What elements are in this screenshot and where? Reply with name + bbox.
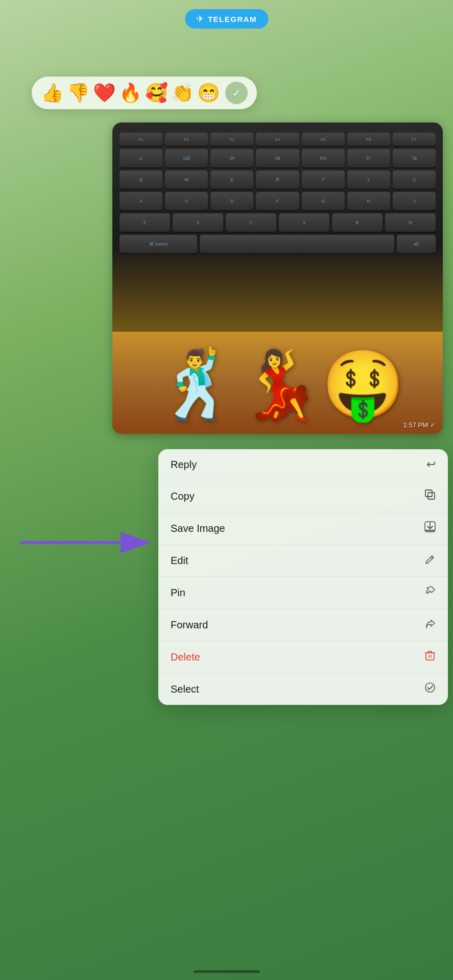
key-3: 3# bbox=[210, 149, 253, 167]
message-timestamp: 1:57 PM ✓ bbox=[403, 421, 436, 429]
key-x: X bbox=[173, 213, 223, 232]
svg-rect-7 bbox=[426, 653, 434, 660]
svg-line-6 bbox=[428, 591, 430, 593]
key-f7: F7 bbox=[393, 133, 436, 146]
sticker-overlay: 🕺💃🤑 bbox=[128, 291, 433, 424]
key-f6: F6 bbox=[347, 133, 390, 146]
key-f3: F3 bbox=[210, 133, 253, 146]
edit-icon bbox=[424, 553, 436, 568]
svg-rect-4 bbox=[425, 530, 435, 531]
key-command: ⌘ comm bbox=[120, 235, 197, 253]
key-f5: F5 bbox=[302, 133, 345, 146]
keyboard-zxcv-row: Z X C V B N bbox=[120, 213, 436, 232]
key-h: H bbox=[347, 192, 390, 210]
key-j: J bbox=[393, 192, 436, 210]
telegram-label: TELEGRAM bbox=[208, 15, 257, 23]
menu-label-forward: Forward bbox=[171, 619, 208, 631]
emoji-thumbs-up[interactable]: 👍 bbox=[41, 82, 64, 104]
menu-label-pin: Pin bbox=[171, 587, 185, 599]
emoji-thumbs-down[interactable]: 👎 bbox=[67, 82, 90, 104]
menu-label-copy: Copy bbox=[171, 491, 195, 502]
menu-label-edit: Edit bbox=[171, 555, 188, 567]
emoji-fire[interactable]: 🔥 bbox=[119, 82, 142, 104]
menu-label-select: Select bbox=[171, 683, 199, 695]
key-4: 4$ bbox=[256, 149, 299, 167]
arrow-annotation bbox=[15, 530, 158, 557]
delete-icon bbox=[424, 650, 436, 664]
key-w: W bbox=[165, 170, 208, 189]
key-space bbox=[200, 235, 394, 253]
svg-rect-2 bbox=[428, 493, 435, 499]
key-v: V bbox=[279, 213, 329, 232]
key-e: E bbox=[210, 170, 253, 189]
key-1: 1! bbox=[120, 149, 162, 167]
keyboard-fn-row: F1 F2 F3 F4 F5 F6 F7 bbox=[120, 133, 436, 146]
key-s: S bbox=[165, 192, 208, 210]
chevron-down-icon: ✓ bbox=[232, 87, 241, 99]
chat-image-bubble: F1 F2 F3 F4 F5 F6 F7 1! 2@ 3# 4$ 5% 6^ 7… bbox=[112, 122, 443, 434]
svg-rect-3 bbox=[425, 490, 432, 497]
key-y: Y bbox=[347, 170, 390, 189]
emoji-smiling-hearts[interactable]: 🥰 bbox=[145, 82, 168, 104]
keyboard-asdf-row: A S D F G H J bbox=[120, 192, 436, 210]
key-5: 5% bbox=[302, 149, 345, 167]
menu-label-delete: Delete bbox=[171, 651, 200, 663]
key-g: G bbox=[302, 192, 345, 210]
keyboard-image: F1 F2 F3 F4 F5 F6 F7 1! 2@ 3# 4$ 5% 6^ 7… bbox=[112, 122, 443, 434]
read-checkmark: ✓ bbox=[430, 421, 436, 429]
menu-item-save-image[interactable]: Save Image bbox=[158, 512, 448, 545]
menu-label-save-image: Save Image bbox=[171, 523, 225, 534]
keyboard-qwerty-row: Q W E R T Y U bbox=[120, 170, 436, 189]
svg-point-10 bbox=[425, 683, 435, 692]
save-image-icon bbox=[424, 521, 436, 535]
telegram-icon: ✈ bbox=[196, 13, 204, 24]
menu-item-copy[interactable]: Copy bbox=[158, 480, 448, 512]
key-f4: F4 bbox=[256, 133, 299, 146]
key-t: T bbox=[302, 170, 345, 189]
key-q: Q bbox=[120, 170, 162, 189]
key-f: F bbox=[256, 192, 299, 210]
keyboard-bottom-row: ⌘ comm alt bbox=[120, 235, 436, 253]
key-f2: F2 bbox=[165, 133, 208, 146]
reply-icon: ↩ bbox=[426, 458, 436, 471]
select-icon bbox=[424, 682, 436, 696]
forward-icon bbox=[424, 618, 436, 632]
key-n: N bbox=[385, 213, 436, 232]
menu-item-delete[interactable]: Delete bbox=[158, 641, 448, 673]
key-f1: F1 bbox=[120, 133, 162, 146]
arrow-svg bbox=[15, 530, 158, 555]
key-u: U bbox=[393, 170, 436, 189]
emoji-expand-button[interactable]: ✓ bbox=[225, 82, 248, 104]
key-z: Z bbox=[120, 213, 170, 232]
key-6: 6^ bbox=[347, 149, 390, 167]
menu-label-reply: Reply bbox=[171, 459, 197, 471]
key-d: D bbox=[210, 192, 253, 210]
pin-icon bbox=[424, 585, 436, 600]
menu-item-reply[interactable]: Reply ↩ bbox=[158, 449, 448, 480]
key-b: B bbox=[332, 213, 383, 232]
context-menu: Reply ↩ Copy Save Image Edit bbox=[158, 449, 448, 705]
menu-item-forward[interactable]: Forward bbox=[158, 609, 448, 641]
key-r: R bbox=[256, 170, 299, 189]
emoji-clap[interactable]: 👏 bbox=[171, 82, 194, 104]
timestamp-text: 1:57 PM bbox=[403, 421, 428, 429]
menu-item-edit[interactable]: Edit bbox=[158, 545, 448, 577]
menu-item-pin[interactable]: Pin bbox=[158, 577, 448, 609]
emoji-reaction-bar: 👍 👎 ❤️ 🔥 🥰 👏 😁 ✓ bbox=[32, 77, 257, 109]
key-c: C bbox=[226, 213, 276, 232]
key-7: 7& bbox=[393, 149, 436, 167]
home-indicator[interactable] bbox=[194, 970, 260, 973]
key-2: 2@ bbox=[165, 149, 208, 167]
key-a: A bbox=[120, 192, 162, 210]
telegram-pill[interactable]: ✈ TELEGRAM bbox=[185, 9, 268, 29]
copy-icon bbox=[424, 489, 436, 503]
emoji-grin[interactable]: 😁 bbox=[197, 82, 220, 104]
keyboard-number-row: 1! 2@ 3# 4$ 5% 6^ 7& bbox=[120, 149, 436, 167]
key-alt: alt bbox=[397, 235, 436, 253]
emoji-heart[interactable]: ❤️ bbox=[93, 82, 116, 104]
menu-item-select[interactable]: Select bbox=[158, 673, 448, 705]
